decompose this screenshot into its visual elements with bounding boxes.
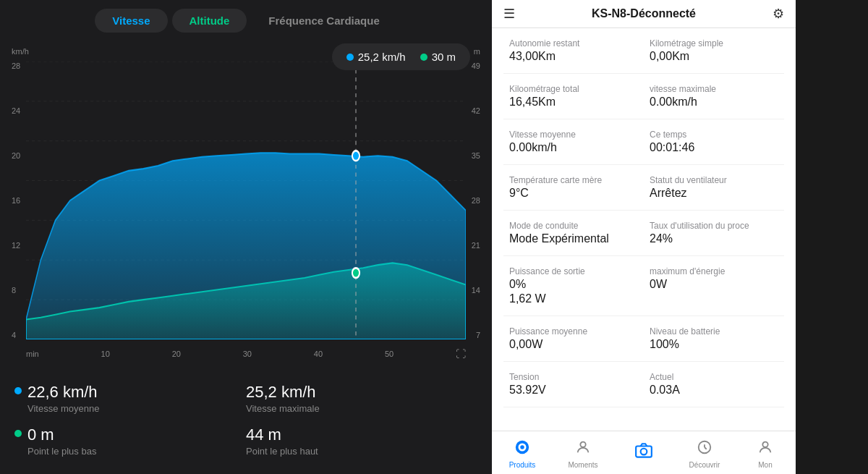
device-stats-grid: Autonomie restant 43,00Km Kilométrage si… [492, 28, 796, 431]
y-right-49: 49 [472, 62, 480, 70]
max-alt-value: 44 m [246, 426, 318, 444]
chart-svg [26, 62, 466, 339]
chart-area: km/h m 28 24 20 16 12 8 4 49 42 35 28 21… [0, 62, 492, 368]
label-tension: Tension [509, 372, 638, 382]
x-30: 30 [243, 350, 252, 358]
x-axis: min 10 20 30 40 50 ⛶ [26, 339, 466, 368]
nav-moments[interactable]: Moments [561, 439, 605, 469]
left-panel: Vitesse Altitude Fréquence Cardiaque 25,… [0, 0, 492, 474]
nav-decouvrir-label: Découvrir [689, 461, 720, 469]
moments-icon [575, 439, 591, 459]
stat-row-8: Tension 53.92V Actuel 0.03A [503, 362, 784, 407]
tooltip-altitude: 30 m [420, 51, 456, 63]
y-left-20: 20 [12, 151, 20, 160]
stat-row-6: Puissance de sortie 0% 1,62 W maximum d'… [503, 256, 784, 316]
nav-produits-label: Produits [509, 461, 536, 469]
y-left-8: 8 [12, 286, 20, 295]
stat-row-2: Kiloométrage total 16,45Km vitesse maxim… [503, 74, 784, 119]
stat-cell-kilom-total: Kiloométrage total 16,45Km [503, 81, 644, 111]
speed-dot [346, 54, 354, 61]
tooltip-speed: 25,2 km/h [346, 51, 406, 63]
value-temps: 00:01:46 [650, 141, 778, 154]
mon-icon [757, 439, 773, 459]
tab-vitesse[interactable]: Vitesse [95, 9, 167, 33]
tab-altitude[interactable]: Altitude [172, 9, 247, 33]
svg-point-16 [641, 449, 647, 455]
nav-mon-label: Mon [758, 461, 772, 469]
value-ventilateur: Arrêtez [650, 187, 778, 200]
value-puissance-moy: 0,00W [509, 338, 638, 351]
max-speed-value: 25,2 km/h [246, 383, 320, 402]
avg-speed-label: Vitesse moyenne [27, 403, 100, 414]
label-temp-carte: Température carte mère [509, 175, 638, 185]
stat-max-alt: 44 m Point le plus haut [246, 420, 477, 462]
y-right-7: 7 [472, 331, 480, 339]
svg-point-13 [520, 445, 524, 449]
x-20: 20 [172, 350, 181, 358]
stat-max-speed: 25,2 km/h Vitesse maximale [246, 377, 477, 420]
stats-area: 22,6 km/h Vitesse moyenne 25,2 km/h Vite… [0, 368, 492, 474]
bottom-nav: Produits Moments Découvrir Mon [492, 431, 796, 474]
label-taux: Taux d'utilisation du proce [650, 221, 778, 231]
min-alt-value: 0 m [27, 426, 96, 444]
nav-decouvrir[interactable]: Découvrir [683, 439, 726, 469]
right-header: ☰ KS-N8-Déconnecté ⚙ [492, 0, 796, 28]
tab-cardiaque[interactable]: Fréquence Cardiaque [251, 9, 396, 33]
min-alt-label: Point le plus bas [27, 446, 96, 457]
nav-camera[interactable] [622, 441, 665, 467]
value-vitesse-moy: 0.00km/h [509, 141, 638, 154]
stat-cell-puissance-sortie: Puissance de sortie 0% 1,62 W [503, 263, 644, 308]
stat-cell-tension: Tension 53.92V [503, 369, 644, 399]
label-kilom-simple: Kilométrage simple [650, 38, 778, 48]
tooltip-altitude-value: 30 m [432, 51, 456, 63]
value-batterie: 100% [650, 338, 778, 351]
label-kilom-total: Kiloométrage total [509, 84, 638, 94]
stat-cell-actuel: Actuel 0.03A [644, 369, 784, 399]
avg-speed-value: 22,6 km/h [27, 383, 100, 402]
y-axis-left: 28 24 20 16 12 8 4 [12, 62, 20, 339]
max-alt-label: Point le plus haut [246, 446, 318, 457]
y-right-42: 42 [472, 106, 480, 115]
stat-dot-speed [14, 387, 22, 394]
stat-min-alt: 0 m Point le plus bas [14, 420, 246, 462]
menu-icon[interactable]: ☰ [503, 6, 515, 22]
label-puissance-moy: Puissance moyenne [509, 326, 638, 337]
svg-point-20 [762, 442, 767, 447]
nav-produits[interactable]: Produits [501, 439, 544, 469]
stat-cell-max-energie: maximum d'énergie 0W [644, 263, 784, 308]
stat-dot-alt [14, 430, 22, 437]
label-puissance-sortie: Puissance de sortie [509, 266, 638, 276]
y-axis-right-title: m [474, 47, 480, 56]
y-axis-left-title: km/h [12, 47, 29, 56]
svg-line-19 [705, 447, 707, 449]
value-kilom-simple: 0,00Km [650, 50, 778, 63]
stat-cell-temp-carte: Température carte mère 9°C [503, 172, 644, 203]
chart-tooltip: 25,2 km/h 30 m [332, 43, 470, 70]
stat-cell-taux: Taux d'utilisation du proce 24% [644, 218, 784, 248]
stat-cell-vitesse-max: vitesse maximale 0.00km/h [644, 81, 784, 111]
altitude-dot [420, 54, 427, 61]
value-puissance-sortie-pct: 0% [509, 278, 638, 291]
y-axis-right: 49 42 35 28 21 14 7 [472, 62, 480, 339]
stat-avg-speed: 22,6 km/h Vitesse moyenne [14, 377, 246, 420]
nav-mon[interactable]: Mon [744, 439, 787, 469]
x-10: 10 [101, 350, 110, 358]
y-right-14: 14 [472, 286, 480, 295]
header-title: KS-N8-Déconnecté [592, 7, 696, 20]
chart-svg-container [26, 62, 466, 339]
y-right-28: 28 [472, 196, 480, 205]
label-actuel: Actuel [650, 372, 778, 382]
label-autonomie: Autonomie restant [509, 38, 638, 48]
label-temps: Ce temps [650, 130, 778, 140]
stat-cell-mode-conduite: Mode de conduite Mode Expérimental [503, 218, 644, 248]
tooltip-speed-value: 25,2 km/h [358, 51, 406, 63]
value-taux: 24% [650, 232, 778, 245]
decouvrir-icon [697, 439, 712, 459]
value-tension: 53.92V [509, 384, 638, 397]
value-kilom-total: 16,45Km [509, 96, 638, 109]
stat-cell-temps: Ce temps 00:01:46 [644, 127, 784, 157]
camera-icon [634, 441, 653, 465]
stat-cell-ventilateur: Statut du ventilateur Arrêtez [644, 172, 784, 203]
gear-icon[interactable]: ⚙ [773, 6, 784, 22]
svg-point-9 [352, 151, 359, 161]
